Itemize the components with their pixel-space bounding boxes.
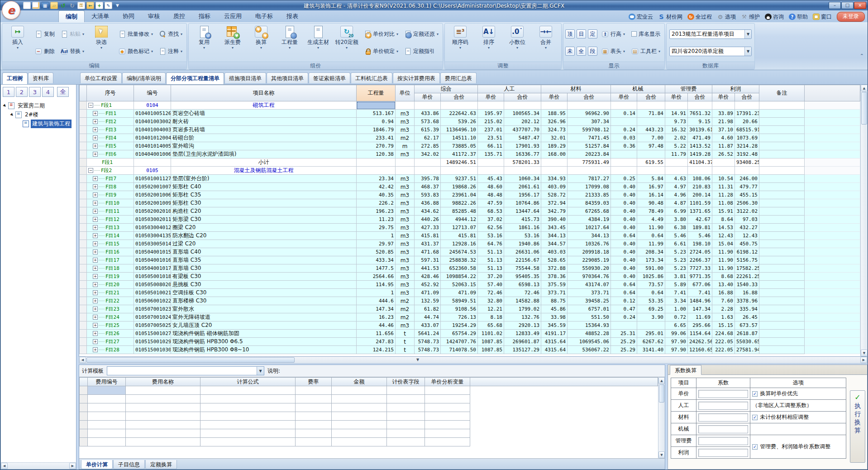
table-row[interactable]: +F目7010501001127垫层(室外台阶)23.34m3395.78923… xyxy=(80,175,860,183)
name-cell[interactable]: 过梁 C20 xyxy=(171,240,357,248)
value-cell[interactable]: 1087.85 xyxy=(478,346,504,354)
code-cell[interactable]: 010502001006 xyxy=(134,191,171,199)
value-cell[interactable]: 84359.03 xyxy=(568,199,611,207)
value-cell[interactable]: 12.43 xyxy=(712,232,735,240)
code-cell[interactable]: 010507001024 xyxy=(134,313,171,321)
name-cell[interactable]: 空调挂板 C30 xyxy=(171,289,357,297)
value-cell[interactable]: 1.63 xyxy=(712,313,735,321)
fee-row-gutter[interactable] xyxy=(80,412,88,421)
value-cell[interactable] xyxy=(735,167,759,175)
value-cell[interactable]: 591.00 xyxy=(637,264,665,273)
value-cell[interactable]: 7.60 xyxy=(712,297,735,305)
value-cell[interactable]: 189.81 xyxy=(688,224,712,232)
scroll-thumb[interactable] xyxy=(659,384,664,403)
doc-edit-icon[interactable]: ✎ xyxy=(105,2,112,9)
value-cell[interactable]: 479.77 xyxy=(735,183,759,191)
value-cell[interactable]: 1413.52 xyxy=(688,142,712,150)
value-cell[interactable]: 25.29 xyxy=(611,338,637,346)
value-cell[interactable] xyxy=(637,118,665,126)
value-cell[interactable]: 20223.84 xyxy=(568,150,611,158)
tab-单价计算[interactable]: 单价计算 xyxy=(81,460,113,469)
name-cell[interactable]: 页岩空心砖墙 xyxy=(171,110,357,118)
fee-cell[interactable] xyxy=(88,421,126,429)
value-cell[interactable]: 48.60 xyxy=(478,183,504,191)
code-cell[interactable]: 010404001006 xyxy=(134,150,171,158)
redo-icon[interactable]: ↻ xyxy=(68,2,76,9)
code-cell[interactable]: 010503005014 xyxy=(134,240,171,248)
expand-icon[interactable]: + xyxy=(93,241,98,246)
database-select-1[interactable]: 四川省2020清单定额▼ xyxy=(669,47,752,56)
coef-input-cell[interactable] xyxy=(696,388,750,400)
qty-cell[interactable]: 114.95 xyxy=(357,281,396,289)
name-cell[interactable]: 室外无障碍坡道 xyxy=(171,313,357,321)
unit-cell[interactable]: t xyxy=(396,346,415,354)
expand-icon[interactable]: + xyxy=(93,144,98,149)
row-gutter[interactable] xyxy=(80,248,87,256)
toggle-全[interactable]: 全 xyxy=(577,47,586,56)
coef-input-cell[interactable] xyxy=(696,423,750,435)
value-cell[interactable]: 222.05 xyxy=(712,338,735,346)
name-cell[interactable]: 页岩多孔砖墙 xyxy=(171,126,357,134)
unit-cell[interactable]: m3 xyxy=(396,248,415,256)
row-gutter[interactable] xyxy=(80,273,87,281)
unit-cell[interactable]: m3 xyxy=(396,256,415,264)
value-cell[interactable]: 5.46 xyxy=(665,232,688,240)
row-gutter[interactable] xyxy=(80,305,87,313)
value-cell[interactable]: 15364.93 xyxy=(568,321,611,330)
qty-cell[interactable] xyxy=(357,158,396,167)
value-cell[interactable]: 269601.87 xyxy=(504,338,541,346)
scroll-left-icon[interactable]: ◀ xyxy=(79,357,86,363)
value-cell[interactable]: 0.40 xyxy=(611,191,637,199)
fee-cell[interactable] xyxy=(425,403,470,412)
new-doc-icon[interactable] xyxy=(23,2,31,9)
table-row[interactable]: F段1小计1489246.51578201.33775931.49619.554… xyxy=(80,158,860,167)
expand-icon[interactable]: + xyxy=(93,111,98,116)
块选-button[interactable]: 块选▾ xyxy=(88,24,115,61)
expand-icon[interactable]: + xyxy=(93,249,98,254)
row-gutter[interactable] xyxy=(80,240,87,248)
note-cell[interactable] xyxy=(759,264,805,273)
value-cell[interactable]: 415.81 xyxy=(441,232,478,240)
value-cell[interactable]: 4944.12 xyxy=(441,216,478,224)
minimize-button[interactable]: – xyxy=(829,2,841,9)
qty-cell[interactable]: 147.34 xyxy=(357,305,396,313)
row-gutter[interactable] xyxy=(80,191,87,199)
value-cell[interactable] xyxy=(611,158,637,167)
排序-button[interactable]: A↓排序▾ xyxy=(475,24,502,61)
tab-资料库[interactable]: 资料库 xyxy=(28,72,53,83)
value-cell[interactable]: 135127.29 xyxy=(504,346,541,354)
value-cell[interactable]: 1940.86 xyxy=(504,240,541,248)
value-cell[interactable]: 6.38 xyxy=(665,224,688,232)
value-cell[interactable]: 78.49 xyxy=(637,207,665,216)
note-cell[interactable] xyxy=(759,183,805,191)
value-cell[interactable]: 88.75 xyxy=(541,297,568,305)
note-cell[interactable] xyxy=(759,273,805,281)
table-row[interactable]: +F目1010401005126页岩空心砖墙513.167m3433.86222… xyxy=(80,110,860,118)
value-cell[interactable]: 573.68 xyxy=(415,118,441,126)
tree-level-button-2[interactable]: 2 xyxy=(16,87,28,97)
删除-button[interactable]: −删除 xyxy=(33,46,57,56)
link-窗口[interactable]: 窗口 xyxy=(813,13,832,21)
expand-arrow-icon[interactable]: ▶ xyxy=(9,111,15,117)
table-row[interactable]: +F目16010504001015直形墙 C40520.85m3471.6824… xyxy=(80,248,860,256)
value-cell[interactable]: 433.07 xyxy=(415,321,441,330)
表头-button[interactable]: ▦表头▾ xyxy=(599,46,627,56)
value-cell[interactable]: 30139.61 xyxy=(688,126,712,134)
table-row[interactable]: +F目6010404001006垫层(卫生间水泥炉渣回填)120.38m3342… xyxy=(80,150,860,158)
value-cell[interactable]: 11.79 xyxy=(665,150,688,158)
value-cell[interactable]: 452.92 xyxy=(415,281,441,289)
fee-cell[interactable] xyxy=(296,395,332,403)
value-cell[interactable]: 0.36 xyxy=(611,142,637,150)
value-cell[interactable]: 93408.25 xyxy=(735,158,759,167)
note-cell[interactable] xyxy=(759,330,805,338)
value-cell[interactable] xyxy=(611,321,637,330)
sn-cell[interactable]: +F目22 xyxy=(87,297,134,305)
code-cell[interactable]: 010503002011 xyxy=(134,216,171,224)
value-cell[interactable] xyxy=(568,101,611,110)
value-cell[interactable]: 10217.64 xyxy=(568,224,611,232)
unit-cell[interactable]: m3 xyxy=(396,273,415,281)
tree-node-建筑与装饰工程[interactable]: 建筑与装饰工程 xyxy=(1,119,76,128)
fee-row-gutter[interactable] xyxy=(80,386,88,395)
value-cell[interactable]: 7.41 xyxy=(665,289,688,297)
value-cell[interactable]: 10764.86 xyxy=(504,199,541,207)
